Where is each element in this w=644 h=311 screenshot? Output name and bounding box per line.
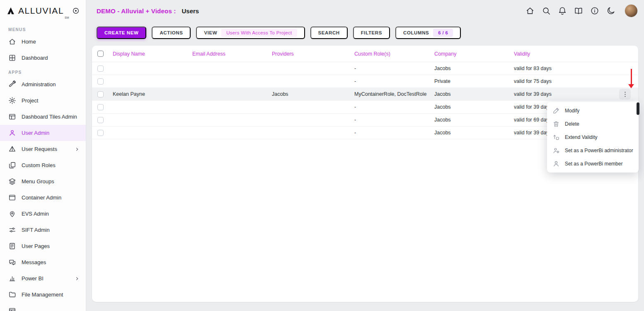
- column-header-company[interactable]: Company: [434, 51, 514, 57]
- row-context-menu: Modify Delete Extend Validity Set as a P…: [547, 102, 639, 173]
- view-value-badge: Users With Access To Project: [221, 29, 297, 37]
- dark-mode-button[interactable]: [606, 6, 615, 15]
- table-header-row: Display Name Email Address Providers Cus…: [92, 46, 638, 62]
- sidebar-item-label: Dashboard Tiles Admin: [22, 114, 77, 120]
- info-button[interactable]: [590, 6, 599, 15]
- table-row[interactable]: - Private valid for 75 days: [92, 75, 638, 88]
- menu-item-label: Modify: [565, 108, 579, 114]
- sidebar-section-apps: APPS: [8, 70, 86, 75]
- cell-company: Private: [434, 78, 514, 84]
- menu-item-extend-validity[interactable]: Extend Validity: [547, 131, 639, 144]
- filters-button[interactable]: FILTERS: [353, 27, 390, 39]
- select-all-checkbox[interactable]: [97, 51, 104, 57]
- row-checkbox[interactable]: [97, 130, 104, 136]
- actions-button[interactable]: ACTIONS: [152, 27, 191, 39]
- sidebar-item-sift-admin[interactable]: SIFT Admin: [0, 222, 86, 238]
- sidebar-item-power-bi[interactable]: Power BI: [0, 270, 86, 287]
- sidebar-item-user-admin[interactable]: User Admin: [0, 125, 86, 141]
- vertical-scrollbar-thumb[interactable]: [637, 102, 639, 115]
- cell-company: Jacobs: [434, 117, 514, 123]
- column-header-email[interactable]: Email Address: [192, 51, 272, 57]
- sliders-icon: [8, 226, 16, 234]
- sidebar-item-messages[interactable]: Messages: [0, 254, 86, 270]
- sidebar-item-project[interactable]: Project: [0, 92, 86, 109]
- column-header-providers[interactable]: Providers: [272, 51, 354, 57]
- chevron-right-icon: [74, 276, 80, 282]
- notifications-button[interactable]: [558, 6, 567, 15]
- search-icon: [542, 6, 551, 15]
- column-header-display-name[interactable]: Display Name: [113, 51, 192, 57]
- row-actions-button[interactable]: [619, 89, 631, 100]
- row-checkbox[interactable]: [97, 91, 104, 97]
- chart-icon: [8, 275, 16, 282]
- sidebar-item-label: EVS Admin: [22, 211, 49, 217]
- table-row-selected[interactable]: Keelan Payne Jacobs MyContainerRole, Doc…: [92, 88, 638, 101]
- sidebar-item-custom-roles[interactable]: Custom Roles: [0, 157, 86, 173]
- sidebar-item-evs-admin[interactable]: EVS Admin: [0, 206, 86, 222]
- sidebar-collapse-icon[interactable]: [72, 7, 80, 15]
- map-pin-icon: [8, 210, 16, 218]
- cell-custom-roles: -: [354, 78, 434, 84]
- menu-item-set-powerbi-member[interactable]: Set as a PowerBi member: [547, 157, 639, 170]
- column-header-custom-roles[interactable]: Custom Role(s): [354, 51, 434, 57]
- row-checkbox[interactable]: [97, 66, 104, 72]
- cell-custom-roles: -: [354, 117, 434, 123]
- row-checkbox[interactable]: [97, 104, 104, 110]
- cell-validity: valid for 39 days: [514, 91, 619, 97]
- menu-item-modify[interactable]: Modify: [547, 104, 639, 117]
- sidebar-item-label: SIFT Admin: [22, 227, 50, 233]
- sidebar-item-label: Menu Groups: [22, 178, 54, 185]
- sidebar-item-container-admin[interactable]: Container Admin: [0, 190, 86, 206]
- sidebar-item-administration[interactable]: Administration: [0, 76, 86, 92]
- info-icon: [590, 6, 599, 15]
- sidebar-item-menu-groups[interactable]: Menu Groups: [0, 173, 86, 190]
- toolbar: CREATE NEW ACTIONS VIEW Users With Acces…: [97, 27, 461, 39]
- sidebar-item-label: Administration: [22, 81, 56, 87]
- columns-button[interactable]: COLUMNS 6 / 6: [395, 27, 461, 39]
- table-row[interactable]: - Jacobs valid for 83 days: [92, 62, 638, 75]
- trash-icon: [552, 120, 560, 128]
- sidebar-item-user-pages[interactable]: User Pages: [0, 238, 86, 254]
- view-button[interactable]: VIEW Users With Access To Project: [196, 27, 305, 39]
- columns-count-badge: 6 / 6: [433, 29, 453, 37]
- brand-name: ALLUVIAL: [18, 6, 64, 16]
- sidebar-item-user-requests[interactable]: User Requests: [0, 141, 86, 157]
- user-member-icon: [552, 160, 560, 168]
- brand-header: ALLUVIAL SM: [0, 0, 86, 22]
- menu-item-label: Set as a PowerBi member: [565, 161, 622, 167]
- sidebar-item-label: Custom Roles: [22, 162, 56, 168]
- moon-icon: [606, 6, 615, 15]
- chat-icon: [8, 258, 16, 266]
- header-actions: [525, 5, 637, 17]
- avatar[interactable]: [625, 5, 637, 17]
- menu-item-delete[interactable]: Delete: [547, 117, 639, 131]
- folder-icon: [8, 291, 16, 299]
- docs-button[interactable]: [574, 6, 583, 15]
- sidebar-item-label: Power BI: [22, 275, 44, 282]
- columns-label: COLUMNS: [403, 30, 429, 35]
- sidebar-item-label: User Requests: [22, 146, 57, 152]
- sidebar-item-label: Dashboard: [22, 55, 48, 61]
- row-checkbox[interactable]: [97, 117, 104, 123]
- sidebar-item-label: User Admin: [22, 130, 49, 136]
- sidebar-item-partial[interactable]: [0, 303, 86, 311]
- sidebar-item-file-management[interactable]: File Management: [0, 287, 86, 303]
- sidebar-item-dashboard-tiles-admin[interactable]: Dashboard Tiles Admin: [0, 109, 86, 125]
- cell-display-name: Keelan Payne: [113, 91, 192, 97]
- sidebar-item-label: File Management: [22, 292, 63, 298]
- sidebar-item-label: User Pages: [22, 243, 50, 249]
- home-icon: [525, 6, 535, 15]
- dashboard-icon: [8, 54, 16, 62]
- cell-custom-roles: -: [354, 66, 434, 71]
- create-new-button[interactable]: CREATE NEW: [97, 27, 146, 39]
- row-checkbox[interactable]: [97, 78, 104, 85]
- column-header-validity[interactable]: Validity: [514, 51, 619, 57]
- sidebar-item-dashboard[interactable]: Dashboard: [0, 50, 86, 66]
- sidebar-item-home[interactable]: Home: [0, 34, 86, 50]
- user-icon: [8, 129, 16, 137]
- search-button[interactable]: [542, 6, 551, 15]
- home-button[interactable]: [525, 6, 535, 15]
- layers-icon: [8, 177, 16, 185]
- search-table-button[interactable]: SEARCH: [310, 27, 348, 39]
- menu-item-set-powerbi-administrator[interactable]: Set as a PowerBi administrator: [547, 144, 639, 157]
